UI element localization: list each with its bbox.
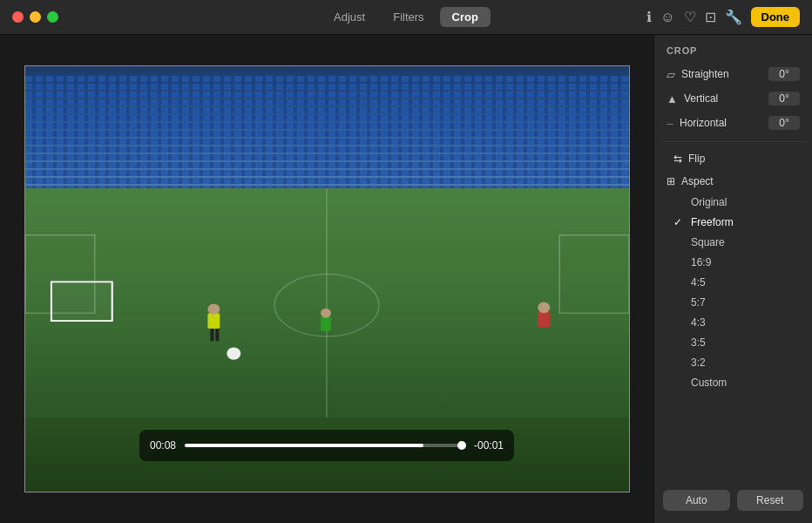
traffic-lights (12, 11, 58, 23)
svg-rect-6 (210, 329, 213, 341)
vertical-value[interactable]: 0° (768, 92, 800, 105)
titlebar: Adjust Filters Crop ℹ ☺ ♡ ⊡ 🔧 Done (0, 0, 812, 35)
bottom-buttons: Auto Reset (654, 481, 812, 523)
tab-adjust[interactable]: Adjust (321, 7, 377, 27)
progress-thumb (457, 441, 466, 450)
smiley-icon[interactable]: ☺ (660, 10, 674, 25)
reset-button[interactable]: Reset (737, 490, 804, 511)
aspect-custom[interactable]: Custom (661, 373, 805, 392)
wrench-icon[interactable]: 🔧 (725, 9, 742, 25)
aspect-16-9[interactable]: 16:9 (661, 253, 805, 272)
video-frame (25, 66, 629, 492)
maximize-button[interactable] (47, 11, 58, 23)
aspect-4-5[interactable]: 4:5 (661, 273, 805, 292)
divider-1 (661, 141, 805, 142)
aspect-5-7-label: 5:7 (691, 296, 706, 309)
aspect-label: Aspect (681, 175, 714, 187)
time-current: 00:08 (150, 439, 176, 452)
horizontal-row[interactable]: ⏤ Horizontal 0° (661, 112, 805, 134)
crop-icon[interactable]: ⊡ (705, 9, 716, 25)
aspect-square[interactable]: Square (661, 233, 805, 252)
vertical-label: Vertical (684, 92, 718, 105)
video-area: 00:08 -00:01 (0, 35, 653, 523)
svg-point-11 (538, 302, 550, 313)
nav-tabs: Adjust Filters Crop (321, 7, 491, 27)
main-content: 00:08 -00:01 CROP ⏥ Straighten 0° (0, 35, 812, 523)
auto-button[interactable]: Auto (663, 490, 730, 511)
svg-point-9 (321, 308, 331, 317)
aspect-header: ⊞ Aspect (661, 172, 805, 193)
straighten-label: Straighten (681, 68, 729, 80)
svg-rect-8 (321, 316, 331, 330)
vertical-icon: ▲ (667, 92, 678, 105)
aspect-freeform[interactable]: ✓ Freeform (661, 213, 805, 232)
progress-bar[interactable] (185, 444, 465, 447)
time-remaining: -00:01 (474, 439, 504, 452)
aspect-3-2-label: 3:2 (691, 357, 706, 369)
flip-label: Flip (688, 153, 705, 165)
aspect-icon: ⊞ (667, 175, 675, 187)
aspect-4-3[interactable]: 4:3 (661, 313, 805, 332)
aspect-original-label: Original (691, 196, 727, 208)
tab-crop[interactable]: Crop (440, 7, 491, 27)
svg-rect-3 (559, 234, 629, 312)
check-freeform: ✓ (673, 216, 686, 228)
aspect-3-5[interactable]: 3:5 (661, 333, 805, 352)
horizontal-value[interactable]: 0° (768, 116, 800, 130)
panel-title: CROP (654, 35, 812, 63)
toolbar-icons: ℹ ☺ ♡ ⊡ 🔧 Done (646, 7, 800, 27)
vertical-row[interactable]: ▲ Vertical 0° (661, 87, 805, 110)
svg-rect-4 (207, 313, 220, 329)
svg-point-13 (227, 347, 240, 359)
svg-rect-12 (51, 282, 112, 321)
aspect-original[interactable]: Original (661, 193, 805, 212)
field (25, 188, 629, 422)
flip-row[interactable]: ⇆ Flip (661, 147, 805, 170)
svg-rect-7 (215, 329, 219, 341)
close-button[interactable] (12, 11, 24, 23)
aspect-section: ⊞ Aspect Original ✓ Freeform Square 16:9 (654, 172, 812, 393)
heart-icon[interactable]: ♡ (684, 9, 696, 25)
crop-controls: ⏥ Straighten 0° ▲ Vertical 0° ⏤ Horizont… (654, 63, 812, 136)
aspect-freeform-label: Freeform (691, 216, 734, 228)
aspect-4-5-label: 4:5 (691, 276, 706, 289)
tab-filters[interactable]: Filters (381, 7, 436, 27)
done-button[interactable]: Done (751, 7, 801, 27)
progress-fill (185, 444, 423, 447)
aspect-custom-label: Custom (691, 377, 727, 389)
minimize-button[interactable] (30, 11, 41, 23)
flip-icon: ⇆ (673, 153, 682, 165)
right-panel: CROP ⏥ Straighten 0° ▲ Vertical 0° (653, 35, 812, 523)
aspect-3-5-label: 3:5 (691, 336, 706, 349)
svg-rect-10 (538, 311, 550, 327)
aspect-5-7[interactable]: 5:7 (661, 293, 805, 312)
straighten-value[interactable]: 0° (768, 67, 800, 81)
aspect-16-9-label: 16:9 (691, 256, 711, 268)
svg-point-5 (207, 303, 220, 315)
aspect-3-2[interactable]: 3:2 (661, 353, 805, 372)
horizontal-icon: ⏤ (667, 117, 673, 130)
straighten-icon: ⏥ (667, 68, 675, 81)
aspect-square-label: Square (691, 236, 725, 248)
video-controls: 00:08 -00:01 (139, 430, 514, 461)
horizontal-label: Horizontal (680, 117, 727, 129)
info-icon[interactable]: ℹ (646, 9, 652, 25)
aspect-4-3-label: 4:3 (691, 316, 706, 329)
straighten-row[interactable]: ⏥ Straighten 0° (661, 63, 805, 85)
video-container[interactable]: 00:08 -00:01 (24, 65, 630, 492)
